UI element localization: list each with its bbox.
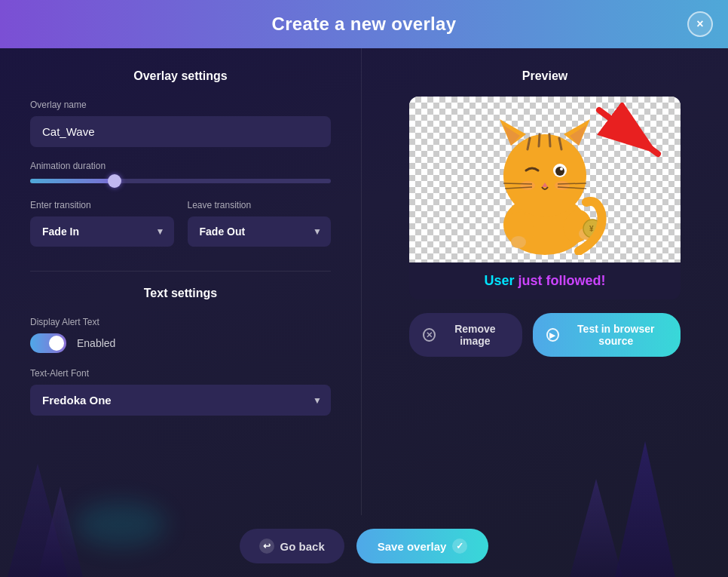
go-back-label: Go back — [280, 540, 325, 553]
svg-line-27 — [599, 110, 658, 154]
overlay-settings-title: Overlay settings — [30, 69, 331, 83]
go-back-button[interactable]: ↩ Go back — [240, 529, 344, 563]
svg-point-15 — [555, 181, 570, 190]
enter-transition-group: Enter transition Fade In Slide In Zoom I… — [30, 200, 174, 247]
display-alert-label: Display Alert Text — [30, 317, 331, 327]
enter-transition-label: Enter transition — [30, 200, 174, 210]
preview-box: ¥ Us — [409, 97, 681, 299]
svg-point-21 — [511, 236, 526, 248]
display-alert-toggle[interactable] — [30, 333, 66, 353]
save-overlay-label: Save overlay — [378, 540, 447, 553]
svg-point-11 — [555, 167, 564, 176]
transitions-row: Enter transition Fade In Slide In Zoom I… — [30, 200, 331, 247]
go-back-icon: ↩ — [259, 539, 274, 554]
leave-transition-wrapper: Fade Out Slide Out Zoom Out ▼ — [188, 216, 332, 247]
svg-line-16 — [503, 183, 532, 184]
preview-buttons: ✕ Remove image ▶ Test in browser source — [409, 313, 681, 357]
svg-text:¥: ¥ — [589, 225, 594, 233]
section-divider — [30, 271, 331, 272]
toggle-knob — [49, 336, 64, 351]
slider-fill — [30, 179, 115, 183]
red-arrow-icon — [592, 103, 674, 170]
modal-title: Create a new overlay — [272, 14, 457, 35]
modal-header: Create a new overlay × — [0, 0, 728, 48]
toggle-row: Enabled — [30, 333, 331, 353]
preview-image-area: ¥ — [409, 97, 681, 262]
modal-backdrop: Create a new overlay × Overlay settings … — [0, 0, 728, 577]
play-icon: ▶ — [546, 328, 558, 342]
remove-image-label: Remove image — [442, 323, 509, 347]
overlay-name-input[interactable] — [30, 116, 331, 147]
text-settings-title: Text settings — [30, 287, 331, 300]
slider-track — [30, 179, 331, 183]
svg-point-12 — [560, 167, 563, 170]
preview-action-text: just followed! — [515, 273, 606, 288]
svg-line-18 — [558, 183, 586, 184]
save-check-icon: ✓ — [452, 539, 467, 554]
leave-transition-label: Leave transition — [188, 200, 332, 210]
close-button[interactable]: × — [687, 11, 713, 37]
test-browser-button[interactable]: ▶ Test in browser source — [533, 313, 681, 357]
test-browser-label: Test in browser source — [565, 323, 667, 347]
preview-title: Preview — [522, 69, 567, 83]
left-panel: Overlay settings Overlay name Animation … — [0, 48, 362, 515]
enter-transition-wrapper: Fade In Slide In Zoom In ▼ — [30, 216, 174, 247]
leave-transition-group: Leave transition Fade Out Slide Out Zoom… — [188, 200, 332, 247]
font-select[interactable]: Fredoka One Roboto Open Sans — [30, 385, 331, 416]
modal-body: Overlay settings Overlay name Animation … — [0, 48, 728, 515]
overlay-name-label: Overlay name — [30, 100, 331, 110]
svg-line-7 — [539, 134, 540, 146]
remove-icon: ✕ — [423, 328, 436, 342]
font-select-wrapper: Fredoka One Roboto Open Sans ▼ — [30, 385, 331, 416]
toggle-status-label: Enabled — [77, 337, 115, 349]
svg-point-1 — [503, 134, 586, 217]
leave-transition-select[interactable]: Fade Out Slide Out Zoom Out — [188, 216, 332, 247]
svg-point-14 — [520, 181, 535, 190]
animation-duration-label: Animation duration — [30, 161, 331, 171]
preview-follow-text: User just followed! — [409, 262, 681, 299]
remove-image-button[interactable]: ✕ Remove image — [409, 313, 522, 357]
animation-duration-slider[interactable] — [30, 179, 331, 183]
font-label: Text-Alert Font — [30, 368, 331, 379]
enter-transition-select[interactable]: Fade In Slide In Zoom In — [30, 216, 174, 247]
svg-line-8 — [549, 134, 550, 146]
modal-footer: ↩ Go back Save overlay ✓ — [0, 515, 728, 577]
right-panel: Preview — [362, 48, 728, 515]
preview-user-text: User — [484, 273, 514, 288]
save-overlay-button[interactable]: Save overlay ✓ — [356, 529, 489, 563]
slider-thumb — [108, 174, 121, 188]
